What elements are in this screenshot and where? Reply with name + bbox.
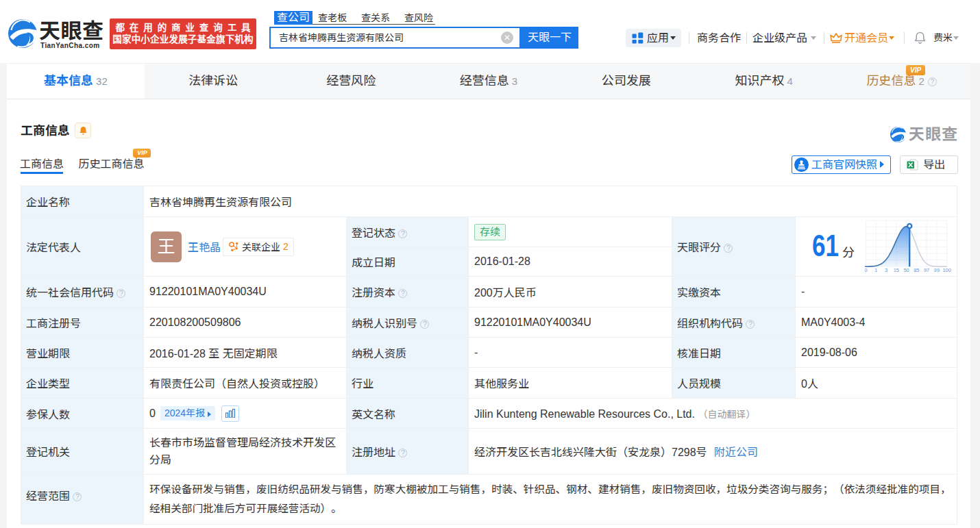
svg-text:1: 1 xyxy=(874,267,877,273)
svg-text:85: 85 xyxy=(914,267,919,273)
svg-text:50: 50 xyxy=(903,267,909,273)
svg-text:0: 0 xyxy=(865,267,868,273)
svg-text:99: 99 xyxy=(934,267,940,273)
svg-text:3: 3 xyxy=(885,267,887,273)
svg-text:100: 100 xyxy=(942,267,951,273)
svg-text:15: 15 xyxy=(894,267,899,273)
svg-text:97: 97 xyxy=(924,267,929,273)
